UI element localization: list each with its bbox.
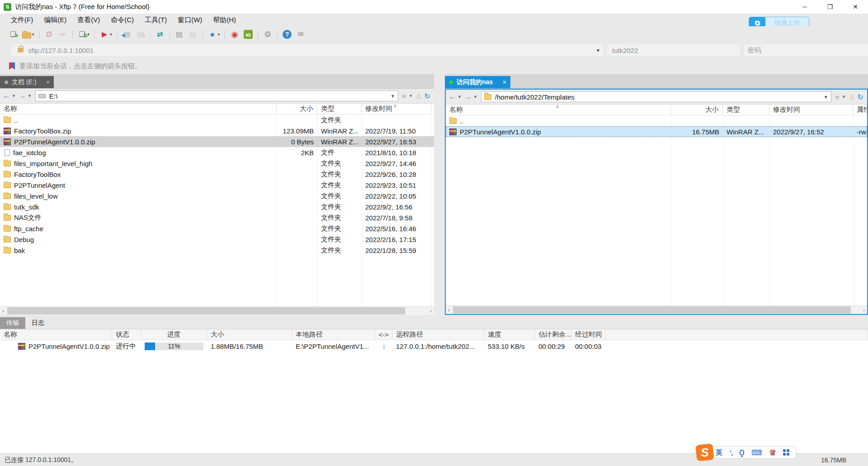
new-session-button[interactable]: ▾ xyxy=(7,29,19,40)
remote-path-input[interactable]: /home/tutk2022/Templates ▼ xyxy=(481,91,831,102)
scroll-left-icon[interactable]: ‹ xyxy=(0,307,6,315)
file-row[interactable]: P2PTunnelAgentV1.0.0.zip 16.75MB WinRAR … xyxy=(446,126,867,137)
microphone-icon[interactable] xyxy=(740,450,744,456)
menu-item[interactable]: 帮助(H) xyxy=(208,14,241,26)
file-row[interactable]: Debug 文件夹 2022/2/16, 17:15 xyxy=(0,234,434,245)
forward-icon[interactable]: → xyxy=(463,92,473,101)
column-progress[interactable]: 进度 xyxy=(141,329,207,340)
tab-remote-nas[interactable]: 访问我的nas × xyxy=(445,76,510,88)
keyboard-icon[interactable]: ⌨ xyxy=(751,448,762,457)
file-row[interactable]: P2PTunnelAgentV1.0.0.zip 0 Bytes WinRAR … xyxy=(0,136,434,147)
transfer-row[interactable]: P2PTunnelAgentV1.0.0.zip 进行中 11% 1.88MB/… xyxy=(0,340,868,352)
disconnect-button[interactable]: ▾ xyxy=(43,29,55,40)
settings-button[interactable]: ▾ xyxy=(262,29,274,40)
sogou-logo-icon[interactable]: S xyxy=(695,443,714,461)
file-row[interactable]: bak 文件夹 2022/1/28, 15:59 xyxy=(0,245,434,256)
file-row[interactable]: P2PTunnelAgent 文件夹 2022/9/23, 10:51 xyxy=(0,180,434,190)
ime-menu-grid-icon[interactable] xyxy=(783,449,789,456)
transfer-tab[interactable]: 传输 xyxy=(0,317,25,329)
column-type[interactable]: 类型 xyxy=(723,105,769,115)
favorites-icon[interactable]: ★ xyxy=(401,92,407,100)
path-dropdown-icon[interactable]: ▼ xyxy=(824,95,828,100)
xshell-button[interactable]: ▾ xyxy=(229,29,241,40)
feedback-button[interactable]: ▾ xyxy=(295,29,307,40)
file-row[interactable]: .. 文件夹 xyxy=(0,114,434,125)
web-button[interactable]: ▾ xyxy=(207,29,222,40)
file-row[interactable]: fae_iotclog 2KB 文件 2021/8/10, 10:18 xyxy=(0,147,434,158)
menu-item[interactable]: 窗口(W) xyxy=(173,14,207,26)
column-size[interactable]: 大小 xyxy=(671,105,723,115)
file-row[interactable]: FactoryToolBox.zip 123.09MB WinRAR Z... … xyxy=(0,125,434,136)
column-type[interactable]: 类型 xyxy=(317,104,362,114)
menu-item[interactable]: 编辑(E) xyxy=(39,14,71,26)
back-icon[interactable]: ← xyxy=(448,92,457,101)
xmanager-button[interactable]: ▾ xyxy=(242,29,254,40)
column-size[interactable]: 大小 xyxy=(207,329,292,340)
column-elapsed[interactable]: 经过时间 xyxy=(571,329,606,340)
back-dropdown-icon[interactable]: ▼ xyxy=(458,95,462,99)
column-speed[interactable]: 速度 xyxy=(484,329,535,340)
open-folder-button[interactable]: ▾ xyxy=(21,29,36,39)
pane-splitter[interactable] xyxy=(434,74,445,315)
back-dropdown-icon[interactable]: ▼ xyxy=(12,94,16,98)
scrollbar-thumb[interactable] xyxy=(453,306,851,314)
chevron-down-icon[interactable]: ▾ xyxy=(110,32,112,37)
file-row[interactable]: NAS文件 文件夹 2022/7/18, 9:58 xyxy=(0,212,434,223)
forward-dropdown-icon[interactable]: ▼ xyxy=(28,94,32,98)
sync-browsing-button[interactable]: ▾ xyxy=(154,29,166,40)
refresh-icon[interactable]: ↻ xyxy=(425,92,430,100)
file-row[interactable]: files_important_level_high 文件夹 2022/9/27… xyxy=(0,158,434,169)
column-direction[interactable]: <-> xyxy=(375,329,392,340)
tab-local-documents[interactable]: 文档 (E:) × xyxy=(0,76,54,88)
refresh-icon[interactable]: ↻ xyxy=(858,93,863,101)
column-name[interactable]: 名称 xyxy=(0,329,112,340)
home-folder-icon[interactable]: ⌂ xyxy=(849,93,854,101)
scroll-right-icon[interactable]: › xyxy=(861,306,867,314)
file-row[interactable]: tutk_sdk 文件夹 2022/9/2, 16:56 xyxy=(0,201,434,212)
home-folder-icon[interactable]: ⌂ xyxy=(416,92,421,100)
column-local-path[interactable]: 本地路径 xyxy=(292,329,375,340)
file-row[interactable]: files_level_low 文件夹 2022/9/22, 10:05 xyxy=(0,190,434,201)
scroll-left-icon[interactable]: ‹ xyxy=(446,306,452,314)
column-attr[interactable]: 属性 xyxy=(853,105,867,115)
local-path-input[interactable]: E:\ ▼ xyxy=(35,90,398,101)
forward-dropdown-icon[interactable]: ▼ xyxy=(473,95,477,99)
back-icon[interactable]: ← xyxy=(2,91,11,100)
forward-icon[interactable]: → xyxy=(18,91,27,100)
remote-horizontal-scrollbar[interactable]: ‹ › xyxy=(446,305,867,314)
tab-close-icon[interactable]: × xyxy=(503,79,506,86)
upload-button[interactable]: ▾ xyxy=(135,29,146,40)
column-name[interactable]: 名称 xyxy=(0,104,277,114)
column-remote-path[interactable]: 远程路径 xyxy=(392,329,484,340)
menu-item[interactable]: 命令(C) xyxy=(106,14,138,26)
menu-item[interactable]: 工具(T) xyxy=(140,14,171,26)
scroll-right-icon[interactable]: › xyxy=(428,307,434,315)
help-button[interactable]: ▾ xyxy=(281,29,293,40)
address-input[interactable]: sftp://127.0.0.1:10001 xyxy=(11,44,604,56)
column-remaining[interactable]: 估计剩余... xyxy=(535,329,571,340)
scrollbar-thumb[interactable] xyxy=(7,307,405,314)
close-button[interactable]: ✕ xyxy=(843,0,868,14)
download-button[interactable]: ▾ xyxy=(121,29,133,40)
menu-item[interactable]: 文件(F) xyxy=(6,14,38,26)
favorites-icon[interactable]: ★ xyxy=(834,93,840,101)
path-dropdown-icon[interactable]: ▼ xyxy=(391,94,395,99)
skin-icon[interactable] xyxy=(769,450,776,456)
tab-close-icon[interactable]: × xyxy=(46,79,49,86)
ime-punctuation-icon[interactable]: ’, xyxy=(730,449,732,456)
file-row[interactable]: ftp_cache 文件夹 2022/5/16, 16:46 xyxy=(0,223,434,234)
transfer-tab[interactable]: 日志 xyxy=(25,317,51,329)
column-modified[interactable]: 修改时间 xyxy=(769,105,853,115)
password-input[interactable]: 密码 xyxy=(743,44,868,56)
favorites-dropdown-icon[interactable]: ▼ xyxy=(842,95,846,99)
chevron-down-icon[interactable]: ▾ xyxy=(32,32,34,37)
session-properties-button[interactable]: ▾ xyxy=(76,29,91,40)
file-row[interactable]: FactoryToolBox 文件夹 2022/9/26, 10:28 xyxy=(0,169,434,180)
menu-item[interactable]: 查看(V) xyxy=(73,14,104,26)
paste-button[interactable]: ▾ xyxy=(187,29,199,40)
local-horizontal-scrollbar[interactable]: ‹ › xyxy=(0,306,434,315)
copy-button[interactable]: ▾ xyxy=(174,29,185,40)
file-row[interactable]: .. xyxy=(446,115,867,126)
column-size[interactable]: 大小 xyxy=(277,104,317,114)
maximize-button[interactable]: ❐ xyxy=(817,0,843,14)
